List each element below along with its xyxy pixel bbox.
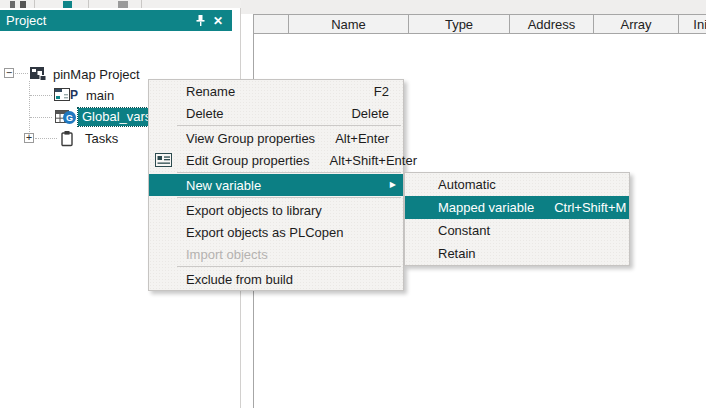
toolbar-icon-fragment <box>63 1 72 8</box>
tree-connector <box>35 138 57 139</box>
global-badge: G <box>63 111 76 124</box>
pin-icon[interactable] <box>192 13 208 29</box>
menu-item-shortcut: F2 <box>354 84 389 99</box>
menu-item-label: New variable <box>186 178 261 193</box>
submenu-item-retain[interactable]: Retain <box>405 242 629 265</box>
pou-type-letter: P <box>70 88 78 102</box>
variables-table-header: Name Type Address Array Init <box>253 14 706 34</box>
tree-item-main[interactable]: main <box>86 88 114 103</box>
tree-expander-tasks[interactable]: + <box>24 133 34 143</box>
menu-item-label: Export objects to library <box>186 203 322 218</box>
menu-item-shortcut: Alt+Enter <box>315 131 389 146</box>
menu-item-label: Edit Group properties <box>186 153 310 168</box>
submenu-item-mapped-variable[interactable]: Mapped variable Ctrl+Shift+M <box>405 196 629 219</box>
menu-item-label: Import objects <box>186 247 268 262</box>
new-variable-submenu: Automatic Mapped variable Ctrl+Shift+M C… <box>404 172 630 266</box>
properties-icon <box>155 153 172 170</box>
menu-item-shortcut: Ctrl+Shift+M <box>534 200 626 215</box>
tree-item-pinmap-project[interactable]: pinMap Project <box>53 67 140 82</box>
submenu-arrow-icon: ▶ <box>390 180 396 190</box>
menu-item-label: Exclude from build <box>186 272 293 287</box>
menu-item-label: View Group properties <box>186 131 315 146</box>
tasks-icon <box>60 130 74 150</box>
column-header-name[interactable]: Name <box>289 15 409 33</box>
menu-item-import-objects: Import objects <box>149 243 403 265</box>
menu-item-label: Automatic <box>438 177 496 192</box>
menu-item-shortcut: Delete <box>331 106 389 121</box>
menu-item-label: Export objects as PLCopen <box>186 225 344 240</box>
global-variables-icon: G <box>55 110 79 125</box>
tree-connector <box>30 95 52 96</box>
program-pou-icon: P <box>54 88 82 102</box>
column-header-type[interactable]: Type <box>409 15 510 33</box>
menu-item-label: Mapped variable <box>438 200 534 215</box>
toolbar-icon-fragment <box>20 1 26 8</box>
menu-item-export-objects-to-library[interactable]: Export objects to library <box>149 199 403 221</box>
project-icon <box>29 66 47 85</box>
panel-title: Project <box>6 13 190 28</box>
toolbar-icon-fragment <box>118 1 128 8</box>
menu-item-label: Retain <box>438 246 476 261</box>
column-header-array[interactable]: Array <box>594 15 679 33</box>
workspace-background <box>241 0 706 14</box>
context-menu: Rename F2 Delete Delete View Group prope… <box>148 79 404 291</box>
tree-expander-root[interactable]: − <box>4 68 14 78</box>
menu-item-label: Constant <box>438 223 490 238</box>
toolbar-icon-fragment <box>10 1 15 8</box>
menu-item-edit-group-properties[interactable]: Edit Group properties Alt+Shift+Enter <box>149 149 403 171</box>
menu-item-shortcut: Alt+Shift+Enter <box>310 153 417 168</box>
toolbar-separator <box>88 0 89 8</box>
menu-item-export-objects-as-plcopen[interactable]: Export objects as PLCopen <box>149 221 403 243</box>
menu-item-delete[interactable]: Delete Delete <box>149 102 403 124</box>
menu-item-label: Rename <box>186 84 235 99</box>
menu-item-new-variable[interactable]: New variable ▶ <box>149 174 403 196</box>
toolbar-separator <box>141 0 142 8</box>
project-panel-titlebar: Project ✕ <box>0 10 232 31</box>
menu-item-view-group-properties[interactable]: View Group properties Alt+Enter <box>149 127 403 149</box>
column-header-address[interactable]: Address <box>510 15 594 33</box>
menu-item-exclude-from-build[interactable]: Exclude from build <box>149 268 403 290</box>
tree-connector <box>15 73 28 74</box>
submenu-item-constant[interactable]: Constant <box>405 219 629 242</box>
tree-item-tasks[interactable]: Tasks <box>85 131 118 146</box>
menu-item-rename[interactable]: Rename F2 <box>149 80 403 102</box>
column-header-blank[interactable] <box>254 15 289 33</box>
tree-item-global-vars[interactable]: Global_vars <box>78 108 152 126</box>
tree-connector <box>30 117 52 118</box>
column-header-init[interactable]: Init <box>679 15 706 33</box>
close-icon[interactable]: ✕ <box>210 13 226 29</box>
tree-connector <box>29 81 30 138</box>
submenu-item-automatic[interactable]: Automatic <box>405 173 629 196</box>
toolbar-separator <box>34 0 35 8</box>
menu-item-label: Delete <box>186 106 224 121</box>
